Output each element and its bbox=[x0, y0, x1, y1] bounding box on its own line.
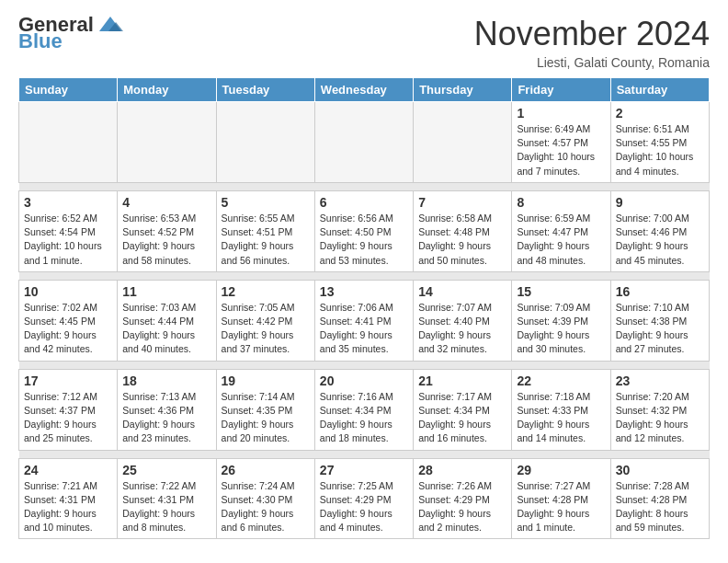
table-row: 16Sunrise: 7:10 AMSunset: 4:38 PMDayligh… bbox=[610, 280, 709, 361]
logo: General Blue bbox=[18, 15, 123, 52]
title-block: November 2024 Liesti, Galati County, Rom… bbox=[474, 15, 710, 70]
day-number: 25 bbox=[122, 463, 210, 477]
table-row: 5Sunrise: 6:55 AMSunset: 4:51 PMDaylight… bbox=[216, 190, 314, 271]
day-info: Sunrise: 6:49 AMSunset: 4:57 PMDaylight:… bbox=[517, 122, 605, 178]
logo-blue-text: Blue bbox=[18, 31, 63, 52]
day-info: Sunrise: 6:55 AMSunset: 4:51 PMDaylight:… bbox=[222, 212, 310, 268]
day-number: 27 bbox=[320, 463, 408, 477]
day-info: Sunrise: 6:53 AMSunset: 4:52 PMDaylight:… bbox=[122, 212, 210, 268]
table-row: 3Sunrise: 6:52 AMSunset: 4:54 PMDaylight… bbox=[19, 190, 118, 271]
day-number: 13 bbox=[320, 284, 408, 299]
day-number: 26 bbox=[222, 463, 310, 477]
day-number: 30 bbox=[616, 463, 704, 477]
day-number: 17 bbox=[24, 373, 112, 388]
day-number: 2 bbox=[616, 106, 704, 121]
row-spacer bbox=[19, 271, 710, 280]
day-info: Sunrise: 6:51 AMSunset: 4:55 PMDaylight:… bbox=[616, 122, 704, 178]
day-info: Sunrise: 6:56 AMSunset: 4:50 PMDaylight:… bbox=[320, 212, 408, 268]
table-row bbox=[19, 102, 118, 183]
day-info: Sunrise: 7:28 AMSunset: 4:28 PMDaylight:… bbox=[616, 479, 704, 535]
day-number: 4 bbox=[122, 195, 210, 210]
table-row: 13Sunrise: 7:06 AMSunset: 4:41 PMDayligh… bbox=[314, 280, 413, 361]
table-row: 14Sunrise: 7:07 AMSunset: 4:40 PMDayligh… bbox=[414, 280, 512, 361]
table-row: 1Sunrise: 6:49 AMSunset: 4:57 PMDaylight… bbox=[512, 102, 610, 183]
day-number: 1 bbox=[517, 106, 605, 121]
col-sunday: Sunday bbox=[19, 78, 118, 102]
day-info: Sunrise: 7:10 AMSunset: 4:38 PMDaylight:… bbox=[616, 301, 704, 357]
logo-icon bbox=[97, 15, 123, 35]
table-row: 27Sunrise: 7:25 AMSunset: 4:29 PMDayligh… bbox=[314, 458, 413, 539]
day-number: 8 bbox=[517, 195, 605, 210]
col-tuesday: Tuesday bbox=[216, 78, 314, 102]
table-row bbox=[216, 102, 314, 183]
col-thursday: Thursday bbox=[414, 78, 512, 102]
day-number: 5 bbox=[222, 195, 310, 210]
location: Liesti, Galati County, Romania bbox=[474, 55, 710, 70]
day-number: 6 bbox=[320, 195, 408, 210]
day-info: Sunrise: 7:25 AMSunset: 4:29 PMDaylight:… bbox=[320, 479, 408, 535]
day-number: 21 bbox=[418, 373, 506, 388]
table-row: 29Sunrise: 7:27 AMSunset: 4:28 PMDayligh… bbox=[512, 458, 610, 539]
day-info: Sunrise: 7:13 AMSunset: 4:36 PMDaylight:… bbox=[122, 390, 210, 446]
day-info: Sunrise: 7:05 AMSunset: 4:42 PMDaylight:… bbox=[222, 301, 310, 357]
day-info: Sunrise: 7:24 AMSunset: 4:30 PMDaylight:… bbox=[222, 479, 310, 535]
day-info: Sunrise: 7:14 AMSunset: 4:35 PMDaylight:… bbox=[222, 390, 310, 446]
col-wednesday: Wednesday bbox=[314, 78, 413, 102]
table-row: 30Sunrise: 7:28 AMSunset: 4:28 PMDayligh… bbox=[610, 458, 709, 539]
table-row: 15Sunrise: 7:09 AMSunset: 4:39 PMDayligh… bbox=[512, 280, 610, 361]
day-number: 20 bbox=[320, 373, 408, 388]
day-number: 18 bbox=[122, 373, 210, 388]
day-number: 23 bbox=[616, 373, 704, 388]
row-spacer bbox=[19, 450, 710, 458]
day-info: Sunrise: 7:16 AMSunset: 4:34 PMDaylight:… bbox=[320, 390, 408, 446]
table-row: 8Sunrise: 6:59 AMSunset: 4:47 PMDaylight… bbox=[512, 190, 610, 271]
day-info: Sunrise: 7:03 AMSunset: 4:44 PMDaylight:… bbox=[122, 301, 210, 357]
table-row: 25Sunrise: 7:22 AMSunset: 4:31 PMDayligh… bbox=[118, 458, 216, 539]
day-number: 9 bbox=[616, 195, 704, 210]
calendar: Sunday Monday Tuesday Wednesday Thursday… bbox=[18, 77, 710, 539]
day-number: 7 bbox=[418, 195, 506, 210]
day-number: 10 bbox=[24, 284, 112, 299]
day-info: Sunrise: 7:12 AMSunset: 4:37 PMDaylight:… bbox=[24, 390, 112, 446]
day-number: 28 bbox=[418, 463, 506, 477]
day-info: Sunrise: 6:58 AMSunset: 4:48 PMDaylight:… bbox=[418, 212, 506, 268]
table-row: 19Sunrise: 7:14 AMSunset: 4:35 PMDayligh… bbox=[216, 369, 314, 450]
day-info: Sunrise: 6:59 AMSunset: 4:47 PMDaylight:… bbox=[517, 212, 605, 268]
day-number: 15 bbox=[517, 284, 605, 299]
day-info: Sunrise: 7:17 AMSunset: 4:34 PMDaylight:… bbox=[418, 390, 506, 446]
day-info: Sunrise: 6:52 AMSunset: 4:54 PMDaylight:… bbox=[24, 212, 112, 268]
day-info: Sunrise: 7:21 AMSunset: 4:31 PMDaylight:… bbox=[24, 479, 112, 535]
day-info: Sunrise: 7:26 AMSunset: 4:29 PMDaylight:… bbox=[418, 479, 506, 535]
table-row: 21Sunrise: 7:17 AMSunset: 4:34 PMDayligh… bbox=[414, 369, 512, 450]
day-info: Sunrise: 7:09 AMSunset: 4:39 PMDaylight:… bbox=[517, 301, 605, 357]
table-row: 2Sunrise: 6:51 AMSunset: 4:55 PMDaylight… bbox=[610, 102, 709, 183]
table-row: 6Sunrise: 6:56 AMSunset: 4:50 PMDaylight… bbox=[314, 190, 413, 271]
row-spacer bbox=[19, 182, 710, 190]
col-friday: Friday bbox=[512, 78, 610, 102]
table-row: 11Sunrise: 7:03 AMSunset: 4:44 PMDayligh… bbox=[118, 280, 216, 361]
table-row: 26Sunrise: 7:24 AMSunset: 4:30 PMDayligh… bbox=[216, 458, 314, 539]
table-row: 20Sunrise: 7:16 AMSunset: 4:34 PMDayligh… bbox=[314, 369, 413, 450]
header: General Blue November 2024 Liesti, Galat… bbox=[18, 15, 710, 70]
table-row: 9Sunrise: 7:00 AMSunset: 4:46 PMDaylight… bbox=[610, 190, 709, 271]
table-row: 22Sunrise: 7:18 AMSunset: 4:33 PMDayligh… bbox=[512, 369, 610, 450]
day-info: Sunrise: 7:06 AMSunset: 4:41 PMDaylight:… bbox=[320, 301, 408, 357]
day-number: 12 bbox=[222, 284, 310, 299]
day-info: Sunrise: 7:22 AMSunset: 4:31 PMDaylight:… bbox=[122, 479, 210, 535]
table-row: 24Sunrise: 7:21 AMSunset: 4:31 PMDayligh… bbox=[19, 458, 118, 539]
table-row bbox=[118, 102, 216, 183]
table-row: 23Sunrise: 7:20 AMSunset: 4:32 PMDayligh… bbox=[610, 369, 709, 450]
table-row: 4Sunrise: 6:53 AMSunset: 4:52 PMDaylight… bbox=[118, 190, 216, 271]
day-number: 14 bbox=[418, 284, 506, 299]
day-number: 16 bbox=[616, 284, 704, 299]
table-row: 10Sunrise: 7:02 AMSunset: 4:45 PMDayligh… bbox=[19, 280, 118, 361]
day-number: 19 bbox=[222, 373, 310, 388]
col-saturday: Saturday bbox=[610, 78, 709, 102]
day-info: Sunrise: 7:00 AMSunset: 4:46 PMDaylight:… bbox=[616, 212, 704, 268]
day-number: 11 bbox=[122, 284, 210, 299]
day-number: 24 bbox=[24, 463, 112, 477]
page-container: General Blue November 2024 Liesti, Galat… bbox=[0, 0, 728, 554]
table-row: 18Sunrise: 7:13 AMSunset: 4:36 PMDayligh… bbox=[118, 369, 216, 450]
table-row: 7Sunrise: 6:58 AMSunset: 4:48 PMDaylight… bbox=[414, 190, 512, 271]
day-info: Sunrise: 7:02 AMSunset: 4:45 PMDaylight:… bbox=[24, 301, 112, 357]
